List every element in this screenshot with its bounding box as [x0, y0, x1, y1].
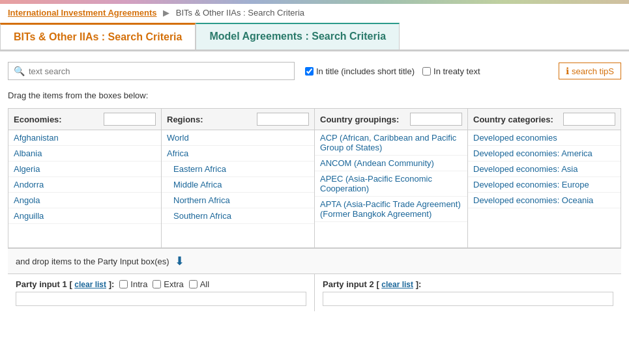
regions-column: Regions: World Africa Eastern Africa Mid… — [162, 109, 315, 247]
search-icon: 🔍 — [14, 66, 25, 76]
breadcrumb-link[interactable]: International Investment Agreements — [8, 8, 157, 18]
list-item[interactable]: Afghanistan — [8, 130, 161, 146]
party1-label: Party input 1 [ clear list ]: — [16, 279, 114, 289]
all-checkbox[interactable] — [189, 280, 197, 288]
country-groupings-list[interactable]: ACP (African, Caribbean and Pacific Grou… — [315, 130, 467, 247]
country-groupings-filter-input[interactable] — [410, 113, 462, 126]
regions-label: Regions: — [167, 115, 203, 124]
in-title-label[interactable]: In title (includes short title) — [305, 66, 415, 76]
breadcrumb-current: BITs & Other IIAs : Search Criteria — [176, 8, 304, 18]
in-treaty-checkbox[interactable] — [422, 67, 431, 76]
party1-header: Party input 1 [ clear list ]: Intra Extr… — [16, 279, 306, 289]
regions-list[interactable]: World Africa Eastern Africa Middle Afric… — [162, 130, 314, 247]
intra-checkbox[interactable] — [119, 280, 128, 288]
list-item[interactable]: ACP (African, Caribbean and Pacific Grou… — [315, 130, 467, 156]
list-item[interactable]: Middle Africa — [162, 177, 314, 193]
list-item[interactable]: ANCOM (Andean Community) — [315, 156, 467, 171]
drop-icon: ⬇ — [175, 254, 184, 268]
drag-hint: Drag the items from the boxes below: — [8, 91, 621, 100]
country-groupings-header: Country groupings: — [315, 109, 467, 130]
tab-model[interactable]: Model Agreements : Search Criteria — [196, 23, 400, 49]
drop-label: and drop items to the Party Input box(es… — [16, 257, 169, 266]
party2-header: Party input 2 [ clear list ]: — [323, 279, 613, 289]
list-item[interactable]: Africa — [162, 146, 314, 161]
party2-input-box[interactable] — [323, 292, 613, 306]
breadcrumb-sep: ▶ — [163, 8, 169, 18]
country-groupings-column: Country groupings: ACP (African, Caribbe… — [315, 109, 468, 247]
economies-header: Economies: — [8, 109, 161, 130]
extra-checkbox[interactable] — [153, 280, 161, 288]
columns-row: Economies: Afghanistan Albania Algeria A… — [8, 108, 621, 248]
list-item[interactable]: Northern Africa — [162, 193, 314, 208]
list-item[interactable]: Developed economies — [468, 130, 621, 146]
country-groupings-label: Country groupings: — [320, 115, 399, 124]
list-item[interactable]: Algeria — [8, 161, 161, 177]
country-categories-column: Country categories: Developed economies … — [468, 109, 621, 247]
main-content: 🔍 In title (includes short title) In tre… — [0, 51, 629, 322]
search-box: 🔍 — [8, 62, 295, 80]
intra-label[interactable]: Intra — [119, 279, 147, 289]
info-icon: ℹ — [566, 66, 569, 76]
list-item[interactable]: APTA (Asia-Pacific Trade Agreement) (For… — [315, 197, 467, 222]
tab-bits[interactable]: BITs & Other IIAs : Search Criteria — [0, 23, 196, 49]
extra-label[interactable]: Extra — [153, 279, 183, 289]
breadcrumb: International Investment Agreements ▶ BI… — [0, 4, 629, 21]
search-input[interactable] — [29, 66, 276, 76]
list-item[interactable]: Andorra — [8, 177, 161, 193]
all-label[interactable]: All — [189, 279, 209, 289]
list-item[interactable]: Southern Africa — [162, 208, 314, 224]
drop-area: and drop items to the Party Input box(es… — [8, 248, 621, 273]
country-categories-list[interactable]: Developed economies Developed economies:… — [468, 130, 621, 247]
list-item[interactable]: Eastern Africa — [162, 161, 314, 177]
country-categories-header: Country categories: — [468, 109, 621, 130]
list-item[interactable]: Angola — [8, 193, 161, 208]
list-item[interactable]: Developed economies: Asia — [468, 161, 621, 177]
in-title-checkbox[interactable] — [305, 67, 314, 76]
economies-list[interactable]: Afghanistan Albania Algeria Andorra Ango… — [8, 130, 161, 247]
party1-checkboxes: Intra Extra All — [119, 279, 209, 289]
party2-clear-link[interactable]: clear list — [381, 280, 413, 289]
party-inputs-row: Party input 1 [ clear list ]: Intra Extr… — [8, 273, 621, 311]
list-item[interactable]: Developed economies: America — [468, 146, 621, 161]
tabs-row: BITs & Other IIAs : Search Criteria Mode… — [0, 23, 629, 51]
list-item[interactable]: APEC (Asia-Pacific Economic Cooperation) — [315, 171, 467, 197]
party2-label: Party input 2 [ clear list ]: — [323, 279, 421, 289]
party1-section: Party input 1 [ clear list ]: Intra Extr… — [8, 274, 315, 311]
economies-label: Economies: — [14, 115, 62, 124]
party1-input-box[interactable] — [16, 292, 306, 306]
checkbox-group: In title (includes short title) In treat… — [305, 66, 480, 76]
in-treaty-label[interactable]: In treaty text — [422, 66, 480, 76]
list-item[interactable]: Developed economies: Oceania — [468, 193, 621, 208]
party1-clear-link[interactable]: clear list — [74, 280, 106, 289]
country-categories-label: Country categories: — [473, 115, 553, 124]
regions-filter-input[interactable] — [257, 113, 309, 126]
list-item[interactable]: Albania — [8, 146, 161, 161]
economies-filter-input[interactable] — [104, 113, 156, 126]
list-item[interactable]: World — [162, 130, 314, 146]
country-categories-filter-input[interactable] — [563, 113, 615, 126]
search-row: 🔍 In title (includes short title) In tre… — [8, 62, 621, 80]
search-tips-button[interactable]: ℹ search tipS — [559, 63, 621, 79]
regions-header: Regions: — [162, 109, 314, 130]
economies-column: Economies: Afghanistan Albania Algeria A… — [8, 109, 162, 247]
list-item[interactable]: Developed economies: Europe — [468, 177, 621, 193]
party2-section: Party input 2 [ clear list ]: — [315, 274, 621, 311]
list-item[interactable]: Anguilla — [8, 208, 161, 224]
